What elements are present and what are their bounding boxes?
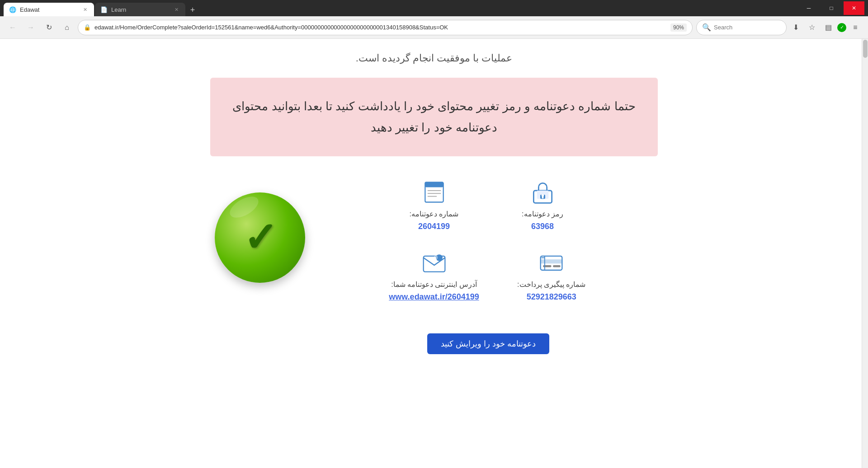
- home-button[interactable]: ⌂: [60, 20, 74, 35]
- tab-edawat[interactable]: 🌐 Edawat ✕: [4, 3, 94, 16]
- sidebar-icon: ▤: [825, 23, 832, 32]
- invitation-number-item: شماره دعوتنامه: 2604199: [398, 179, 470, 231]
- tab-edawat-label: Edawat: [20, 6, 39, 13]
- checkmark-badge: ✓: [840, 24, 844, 30]
- bookmark-icon: ☆: [809, 23, 815, 32]
- back-button[interactable]: ←: [5, 20, 20, 35]
- refresh-button[interactable]: ↻: [42, 20, 56, 35]
- website-item: @ آدرس اینترنتی دعوتنامه شما: www.edawat…: [389, 249, 479, 302]
- svg-rect-11: [541, 259, 562, 263]
- navigation-bar: ← → ↻ ⌂ 🔒 90% 🔍 ⬇ ☆: [0, 16, 868, 39]
- info-row-1: رمز دعوتنامه: 63968 شماره دعو: [319, 179, 658, 231]
- account-button[interactable]: ✓: [837, 23, 846, 32]
- tracking-label: شماره پیگیری پرداخت:: [517, 280, 585, 289]
- download-icon: ⬇: [793, 23, 799, 32]
- password-item: رمز دعوتنامه: 63968: [506, 179, 579, 231]
- svg-rect-13: [553, 265, 561, 267]
- maximize-button[interactable]: □: [821, 1, 842, 15]
- new-tab-button[interactable]: +: [186, 4, 199, 16]
- tab-edawat-favicon: 🌐: [9, 6, 16, 13]
- sidebar-button[interactable]: ▤: [821, 20, 835, 35]
- scrollbar-thumb[interactable]: [863, 40, 868, 58]
- password-value: 63968: [531, 222, 554, 231]
- tracking-value: 52921829663: [527, 292, 576, 302]
- back-icon: ←: [9, 23, 16, 32]
- scrollbar[interactable]: [862, 39, 868, 468]
- search-box[interactable]: 🔍: [696, 20, 787, 35]
- info-left: رمز دعوتنامه: 63968 شماره دعو: [319, 179, 658, 354]
- close-button[interactable]: ✕: [844, 1, 864, 15]
- tab-learn[interactable]: 📄 Learn ✕: [95, 3, 185, 16]
- warning-box: حتما شماره دعوتنامه و رمز تغییر محتوای خ…: [210, 78, 658, 156]
- info-section: رمز دعوتنامه: 63968 شماره دعو: [210, 170, 658, 363]
- edit-button[interactable]: دعوتنامه خود را ویرایش کنید: [427, 333, 549, 354]
- tab-edawat-close[interactable]: ✕: [81, 6, 89, 13]
- success-checkmark: ✓: [243, 217, 277, 258]
- success-message: عملیات با موفقیت انجام گردیده است.: [356, 52, 513, 64]
- menu-button[interactable]: ≡: [848, 20, 863, 35]
- svg-rect-12: [543, 265, 551, 267]
- tabs-area: 🌐 Edawat ✕ 📄 Learn ✕ +: [4, 0, 795, 16]
- refresh-icon: ↻: [46, 23, 52, 32]
- window-controls: ─ □ ✕: [798, 1, 864, 15]
- warning-text: حتما شماره دعوتنامه و رمز تغییر محتوای خ…: [224, 96, 644, 138]
- tab-learn-label: Learn: [111, 6, 126, 13]
- title-bar: 🌐 Edawat ✕ 📄 Learn ✕ + ─ □: [0, 0, 868, 16]
- info-row-2: شماره پیگیری پرداخت: 52921829663 @ آدرس …: [319, 249, 658, 302]
- success-icon-area: ✓: [210, 179, 310, 283]
- menu-icon: ≡: [853, 23, 857, 32]
- search-input[interactable]: [714, 24, 790, 31]
- forward-icon: →: [27, 23, 34, 32]
- search-icon: 🔍: [702, 23, 711, 32]
- lock-icon-large: [529, 179, 556, 206]
- password-label: رمز دعوتنامه:: [522, 210, 563, 218]
- success-heading: عملیات با موفقیت انجام گردیده است.: [0, 39, 868, 73]
- tab-learn-close[interactable]: ✕: [173, 6, 180, 13]
- card-icon: [538, 249, 565, 276]
- minimize-button[interactable]: ─: [798, 1, 819, 15]
- svg-text:@: @: [433, 255, 438, 260]
- bookmark-button[interactable]: ☆: [805, 20, 819, 35]
- website-label: آدرس اینترنتی دعوتنامه شما:: [391, 280, 477, 289]
- svg-rect-4: [542, 197, 543, 199]
- home-icon: ⌂: [65, 23, 69, 32]
- address-bar[interactable]: 🔒 90%: [78, 20, 693, 35]
- success-circle: ✓: [215, 192, 305, 283]
- download-button[interactable]: ⬇: [788, 20, 803, 35]
- edit-button-container: دعوتنامه خود را ویرایش کنید: [319, 320, 658, 354]
- zoom-level[interactable]: 90%: [670, 23, 687, 32]
- lock-icon: 🔒: [84, 24, 91, 31]
- website-value[interactable]: www.edawat.ir/2604199: [389, 292, 479, 302]
- doc-icon: [420, 179, 448, 206]
- warning-line2: دعوتنامه خود را تغییر دهید: [371, 121, 497, 134]
- tracking-item: شماره پیگیری پرداخت: 52921829663: [515, 249, 588, 302]
- email-icon: @: [420, 249, 448, 276]
- tab-learn-favicon: 📄: [100, 6, 108, 13]
- forward-button[interactable]: →: [24, 20, 38, 35]
- invitation-number-label: شماره دعوتنامه:: [410, 210, 459, 218]
- warning-line1: حتما شماره دعوتنامه و رمز تغییر محتوای خ…: [232, 99, 635, 113]
- browser-chrome: 🌐 Edawat ✕ 📄 Learn ✕ + ─ □: [0, 0, 868, 39]
- page-content: عملیات با موفقیت انجام گردیده است. حتما …: [0, 39, 868, 468]
- invitation-number-value: 2604199: [418, 222, 450, 231]
- nav-icons: 🔍 ⬇ ☆ ▤ ✓ ≡: [696, 20, 863, 35]
- address-input[interactable]: [94, 24, 667, 31]
- svg-rect-6: [425, 183, 443, 187]
